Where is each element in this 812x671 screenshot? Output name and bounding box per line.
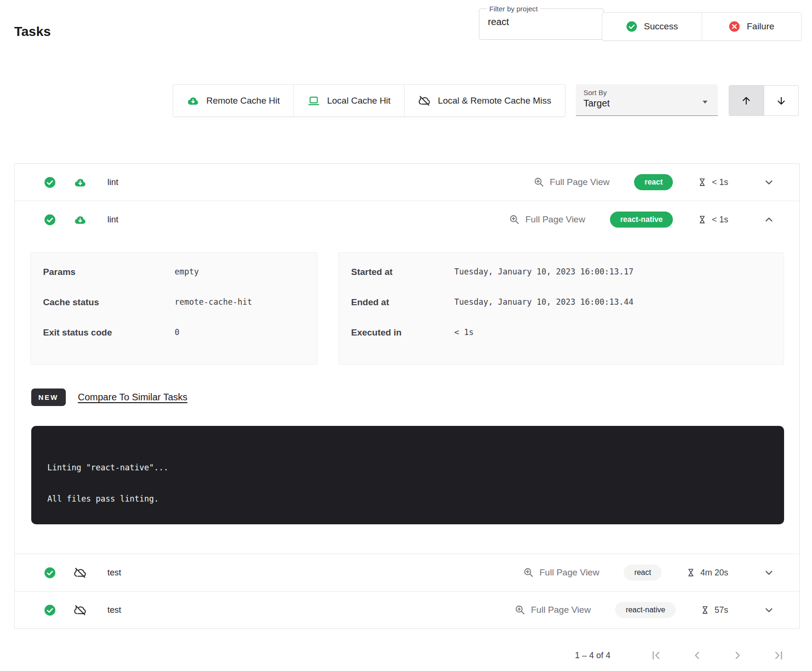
ended-at-label: Ended at bbox=[351, 297, 454, 308]
hourglass-icon bbox=[700, 605, 710, 615]
collapse-chevron-up-icon[interactable] bbox=[760, 213, 777, 226]
new-badge: NEW bbox=[31, 388, 66, 406]
started-at-value: Tuesday, January 10, 2023 16:00:13.17 bbox=[454, 267, 634, 276]
task-name: test bbox=[107, 605, 121, 615]
cache-miss-button[interactable]: Local & Remote Cache Miss bbox=[404, 85, 565, 116]
last-page-icon bbox=[772, 649, 785, 662]
exit-status-code-label: Exit status code bbox=[43, 327, 175, 338]
full-page-view-button[interactable]: Full Page View bbox=[521, 567, 602, 578]
task-name: lint bbox=[107, 215, 118, 225]
cache-filter-group: Remote Cache Hit Local Cache Hit Local &… bbox=[173, 84, 565, 117]
task-list-card: lint Full Page View react < 1s lint bbox=[14, 163, 800, 629]
task-row-test-react-native[interactable]: test Full Page View react-native 57s bbox=[15, 591, 799, 628]
cloud-off-icon bbox=[74, 604, 87, 617]
sort-by-value: Target bbox=[583, 98, 710, 109]
exit-status-code-value: 0 bbox=[175, 327, 179, 337]
arrow-down-icon bbox=[776, 95, 787, 106]
task-duration: < 1s bbox=[697, 177, 728, 187]
laptop-icon bbox=[308, 95, 320, 107]
task-duration: 57s bbox=[700, 605, 728, 615]
previous-page-button[interactable] bbox=[682, 649, 712, 662]
params-value: empty bbox=[175, 267, 199, 276]
task-timing-card: Started at Tuesday, January 10, 2023 16:… bbox=[338, 252, 784, 365]
project-badge: react-native bbox=[610, 212, 673, 228]
expand-chevron-down-icon[interactable] bbox=[760, 176, 777, 188]
chevron-left-icon bbox=[691, 649, 703, 662]
full-page-view-label: Full Page View bbox=[550, 177, 609, 187]
chevron-right-icon bbox=[732, 649, 744, 662]
duration-text: 57s bbox=[715, 605, 728, 615]
first-page-icon bbox=[650, 649, 662, 662]
pagination-range: 1 – 4 of 4 bbox=[575, 651, 610, 661]
project-filter-input[interactable]: react bbox=[485, 13, 583, 27]
task-row-lint-react-native[interactable]: lint Full Page View react-native < 1s bbox=[15, 201, 799, 238]
status-filter-group: Success Failure bbox=[602, 12, 802, 41]
terminal-line: All files pass linting. bbox=[47, 491, 768, 507]
task-duration: 4m 20s bbox=[686, 568, 728, 578]
ended-at-value: Tuesday, January 10, 2023 16:00:13.44 bbox=[454, 297, 634, 307]
task-duration: < 1s bbox=[697, 215, 728, 225]
cloud-off-icon bbox=[74, 566, 87, 579]
remote-cache-hit-label: Remote Cache Hit bbox=[206, 96, 280, 106]
failure-filter-button[interactable]: Failure bbox=[702, 13, 802, 40]
cache-status-label: Cache status bbox=[43, 297, 175, 308]
cloud-download-icon bbox=[74, 213, 87, 226]
full-page-view-button[interactable]: Full Page View bbox=[506, 214, 588, 225]
task-row-lint-react[interactable]: lint Full Page View react < 1s bbox=[15, 164, 799, 201]
full-page-view-label: Full Page View bbox=[531, 605, 591, 615]
success-status-icon bbox=[44, 214, 56, 226]
duration-text: 4m 20s bbox=[700, 568, 728, 578]
full-page-view-label: Full Page View bbox=[525, 214, 585, 225]
arrow-up-icon bbox=[741, 95, 752, 106]
task-details-panel: Params empty Cache status remote-cache-h… bbox=[15, 238, 799, 554]
success-filter-label: Success bbox=[644, 21, 678, 32]
full-page-view-label: Full Page View bbox=[539, 567, 599, 578]
failure-x-icon bbox=[729, 21, 740, 32]
task-row-test-react[interactable]: test Full Page View react 4m 20s bbox=[15, 554, 799, 591]
zoom-in-icon bbox=[509, 214, 520, 225]
sort-ascending-button[interactable] bbox=[729, 86, 764, 115]
cache-status-value: remote-cache-hit bbox=[175, 297, 252, 307]
duration-text: < 1s bbox=[712, 177, 728, 187]
cloud-download-icon bbox=[187, 95, 199, 107]
terminal-output: Linting "react-native"... All files pass… bbox=[31, 426, 784, 524]
sort-descending-button[interactable] bbox=[764, 86, 799, 115]
sort-direction-group bbox=[729, 85, 799, 116]
sort-by-select[interactable]: Sort By Target bbox=[576, 84, 718, 116]
task-name: test bbox=[107, 568, 121, 578]
pagination: 1 – 4 of 4 bbox=[575, 649, 793, 662]
compare-to-similar-tasks-link[interactable]: Compare To Similar Tasks bbox=[78, 392, 188, 403]
cloud-off-icon bbox=[418, 95, 431, 107]
remote-cache-hit-button[interactable]: Remote Cache Hit bbox=[173, 85, 293, 116]
zoom-in-icon bbox=[515, 605, 525, 615]
hourglass-icon bbox=[697, 215, 707, 224]
project-badge: react-native bbox=[615, 602, 676, 618]
local-cache-hit-label: Local Cache Hit bbox=[327, 96, 390, 106]
executed-in-label: Executed in bbox=[351, 327, 454, 338]
first-page-button[interactable] bbox=[642, 649, 671, 662]
success-filter-button[interactable]: Success bbox=[602, 13, 702, 40]
caret-down-icon bbox=[700, 97, 710, 107]
expand-chevron-down-icon[interactable] bbox=[760, 604, 777, 616]
expand-chevron-down-icon[interactable] bbox=[760, 566, 777, 579]
local-cache-hit-button[interactable]: Local Cache Hit bbox=[293, 85, 404, 116]
terminal-line: Linting "react-native"... bbox=[47, 460, 768, 476]
sort-by-label: Sort By bbox=[583, 88, 710, 97]
success-status-icon bbox=[44, 567, 56, 579]
task-name: lint bbox=[107, 177, 118, 187]
started-at-label: Started at bbox=[351, 267, 454, 277]
params-label: Params bbox=[43, 267, 175, 277]
success-check-icon bbox=[626, 21, 637, 32]
full-page-view-button[interactable]: Full Page View bbox=[512, 604, 593, 616]
success-status-icon bbox=[44, 604, 56, 616]
hourglass-icon bbox=[697, 177, 707, 187]
last-page-button[interactable] bbox=[764, 649, 793, 662]
full-page-view-button[interactable]: Full Page View bbox=[531, 177, 612, 188]
duration-text: < 1s bbox=[712, 215, 728, 225]
cloud-download-icon bbox=[74, 176, 87, 189]
page-title: Tasks bbox=[14, 24, 51, 39]
project-badge: react bbox=[624, 565, 662, 581]
project-filter-field[interactable]: Filter by project react bbox=[479, 5, 604, 40]
next-page-button[interactable] bbox=[723, 649, 752, 662]
zoom-in-icon bbox=[523, 567, 534, 578]
